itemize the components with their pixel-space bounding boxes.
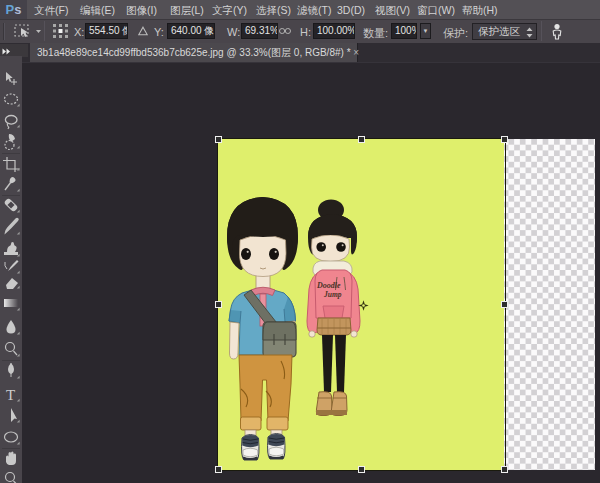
- svg-text:T: T: [6, 387, 15, 403]
